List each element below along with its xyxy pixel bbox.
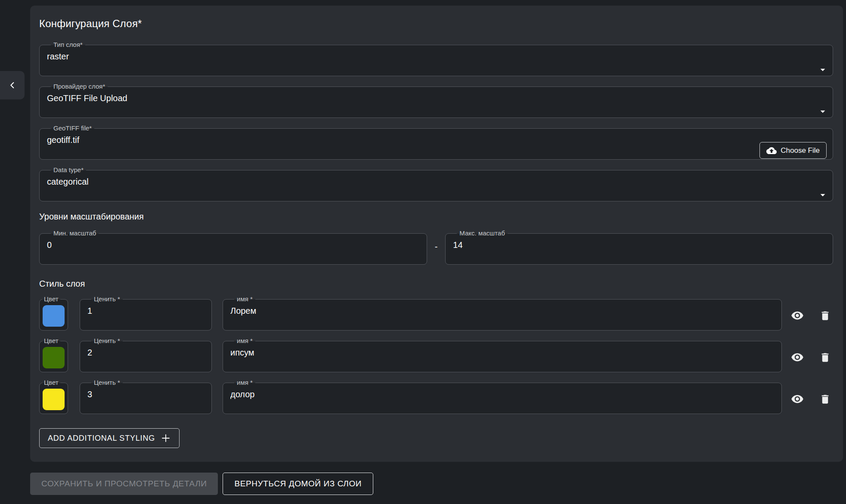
style-name-input[interactable]: Лорем xyxy=(230,306,781,316)
style-row: Цвет Ценить * 3 имя * долор xyxy=(39,378,833,414)
style-row: Цвет Ценить * 1 имя * Лорем xyxy=(39,294,833,331)
max-zoom-label: Макс. масштаб xyxy=(457,229,507,238)
dropdown-arrow-icon[interactable] xyxy=(817,106,828,117)
visibility-toggle-button[interactable] xyxy=(789,349,806,365)
page-title: Конфигурация Слоя* xyxy=(39,18,833,30)
zoom-range-separator: - xyxy=(427,229,446,265)
layer-type-value[interactable]: raster xyxy=(47,52,833,62)
min-zoom-field[interactable]: Мин. масштаб 0 xyxy=(39,229,427,265)
style-value-label: Ценить * xyxy=(91,294,123,304)
chevron-left-icon xyxy=(8,80,17,90)
data-type-select[interactable]: Data type* categorical xyxy=(39,165,833,201)
max-zoom-field[interactable]: Макс. масштаб 14 xyxy=(445,229,833,265)
dropdown-arrow-icon[interactable] xyxy=(817,64,828,75)
color-label: Цвет xyxy=(42,378,60,387)
style-name-label: имя * xyxy=(234,378,255,387)
choose-file-button[interactable]: Choose File xyxy=(759,142,827,159)
style-name-field[interactable]: имя * долор xyxy=(223,378,782,414)
geotiff-file-field[interactable]: GeoTIFF file* geotiff.tif Choose File xyxy=(39,124,833,160)
color-picker-field[interactable]: Цвет xyxy=(39,336,68,372)
layer-provider-value[interactable]: GeoTIFF File Upload xyxy=(47,93,833,103)
color-swatch[interactable] xyxy=(43,347,65,368)
color-picker-field[interactable]: Цвет xyxy=(39,378,68,414)
color-label: Цвет xyxy=(42,336,60,346)
style-name-field[interactable]: имя * Лорем xyxy=(223,294,782,331)
geotiff-file-label: GeoTIFF file* xyxy=(51,124,94,133)
layer-provider-select[interactable]: Провайдер слоя* GeoTIFF File Upload xyxy=(39,82,833,118)
style-name-label: имя * xyxy=(234,294,255,304)
eye-icon xyxy=(791,309,804,322)
data-type-value[interactable]: categorical xyxy=(47,177,833,187)
style-value-input[interactable]: 2 xyxy=(87,348,211,358)
style-value-label: Ценить * xyxy=(91,378,123,387)
eye-icon xyxy=(791,393,804,405)
layer-type-select[interactable]: Тип слоя* raster xyxy=(39,40,833,76)
trash-icon xyxy=(819,352,831,363)
delete-row-button[interactable] xyxy=(817,391,833,407)
layer-type-label: Тип слоя* xyxy=(51,40,85,49)
cloud-upload-icon xyxy=(766,145,777,156)
color-swatch[interactable] xyxy=(43,389,65,410)
color-picker-field[interactable]: Цвет xyxy=(39,294,68,331)
style-name-label: имя * xyxy=(234,336,255,346)
layer-style-heading: Стиль слоя xyxy=(39,279,833,289)
geotiff-file-value[interactable]: geotiff.tif xyxy=(47,135,833,145)
trash-icon xyxy=(819,310,831,322)
max-zoom-value[interactable]: 14 xyxy=(453,240,833,250)
data-type-label: Data type* xyxy=(51,165,86,175)
visibility-toggle-button[interactable] xyxy=(789,391,806,407)
layer-style-rows: Цвет Ценить * 1 имя * Лорем xyxy=(39,294,833,414)
color-swatch[interactable] xyxy=(43,305,65,327)
zoom-levels-heading: Уровни масштабирования xyxy=(39,212,833,222)
eye-icon xyxy=(791,351,804,364)
layer-config-panel: Конфигурация Слоя* Тип слоя* raster Пров… xyxy=(30,6,843,462)
style-value-field[interactable]: Ценить * 3 xyxy=(80,378,212,414)
style-value-label: Ценить * xyxy=(91,336,123,346)
color-label: Цвет xyxy=(42,294,60,304)
delete-row-button[interactable] xyxy=(817,349,833,365)
zoom-levels-row: Мин. масштаб 0 - Макс. масштаб 14 xyxy=(39,229,833,270)
style-name-input[interactable]: ипсум xyxy=(230,348,781,358)
choose-file-button-label: Choose File xyxy=(781,146,820,155)
style-name-field[interactable]: имя * ипсум xyxy=(223,336,782,372)
style-value-field[interactable]: Ценить * 2 xyxy=(80,336,212,372)
dropdown-arrow-icon[interactable] xyxy=(817,189,828,201)
save-and-view-details-button[interactable]: СОХРАНИТЬ И ПРОСМОТРЕТЬ ДЕТАЛИ xyxy=(30,473,218,495)
style-row: Цвет Ценить * 2 имя * ипсум xyxy=(39,336,833,372)
visibility-toggle-button[interactable] xyxy=(789,307,806,324)
trash-icon xyxy=(819,393,831,405)
back-home-button[interactable]: ВЕРНУТЬСЯ ДОМОЙ ИЗ СЛОИ xyxy=(223,473,373,495)
min-zoom-value[interactable]: 0 xyxy=(47,240,427,250)
plus-icon xyxy=(161,433,171,443)
style-name-input[interactable]: долор xyxy=(230,390,781,399)
style-value-field[interactable]: Ценить * 1 xyxy=(80,294,212,331)
delete-row-button[interactable] xyxy=(817,307,833,324)
layer-provider-label: Провайдер слоя* xyxy=(51,82,108,91)
form-actions: СОХРАНИТЬ И ПРОСМОТРЕТЬ ДЕТАЛИ ВЕРНУТЬСЯ… xyxy=(30,473,373,495)
style-value-input[interactable]: 1 xyxy=(87,306,211,316)
style-value-input[interactable]: 3 xyxy=(87,390,211,399)
add-additional-styling-button[interactable]: ADD ADDITIONAL STYLING xyxy=(39,428,180,448)
collapse-panel-button[interactable] xyxy=(0,71,25,99)
min-zoom-label: Мин. масштаб xyxy=(51,229,99,238)
add-additional-styling-label: ADD ADDITIONAL STYLING xyxy=(48,434,155,443)
